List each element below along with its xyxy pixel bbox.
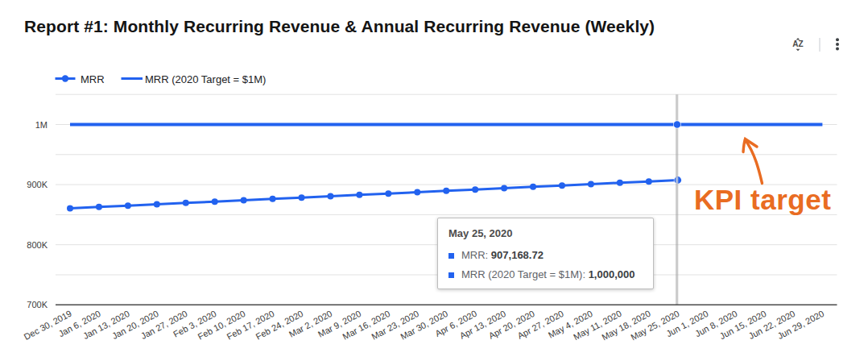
svg-text:AZ: AZ (792, 39, 803, 48)
